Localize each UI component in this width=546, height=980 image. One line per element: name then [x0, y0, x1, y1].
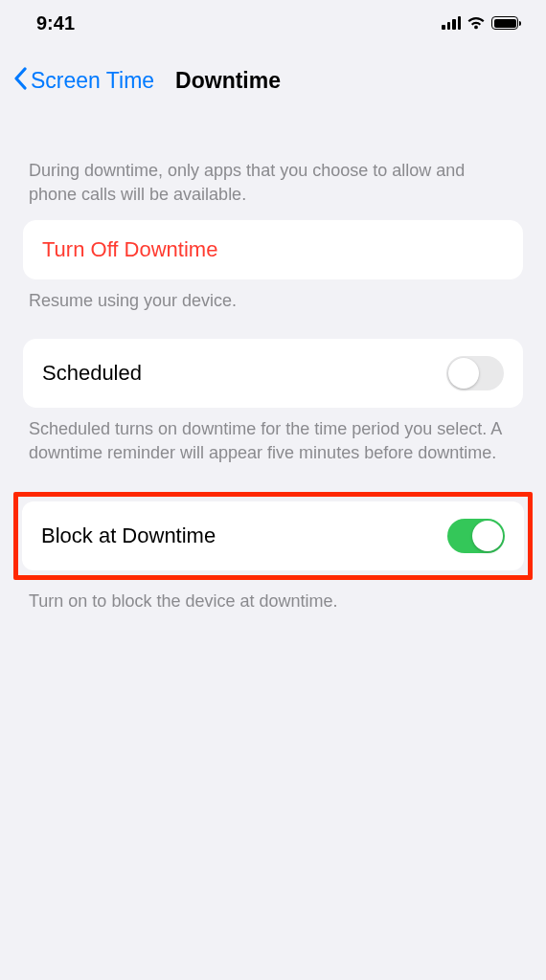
status-time: 9:41 — [36, 12, 75, 34]
block-at-downtime-toggle[interactable] — [447, 519, 505, 553]
back-button[interactable]: Screen Time — [31, 68, 154, 94]
scheduled-label: Scheduled — [42, 361, 142, 386]
status-icons — [442, 16, 521, 31]
battery-icon — [491, 16, 521, 30]
page-title: Downtime — [175, 68, 281, 94]
block-at-downtime-row: Block at Downtime — [22, 501, 524, 570]
wifi-icon — [466, 16, 486, 31]
cellular-signal-icon — [442, 16, 461, 30]
turn-off-downtime-footer: Resume using your device. — [23, 279, 523, 313]
back-chevron-icon[interactable] — [13, 67, 29, 94]
block-at-downtime-footer: Turn on to block the device at downtime. — [23, 580, 523, 613]
status-bar: 9:41 — [0, 0, 546, 46]
navigation-bar: Screen Time Downtime — [0, 46, 546, 105]
block-at-downtime-label: Block at Downtime — [41, 523, 216, 548]
intro-description: During downtime, only apps that you choo… — [23, 105, 523, 220]
scheduled-footer: Scheduled turns on downtime for the time… — [23, 408, 523, 465]
highlight-annotation: Block at Downtime — [13, 492, 533, 580]
turn-off-downtime-label: Turn Off Downtime — [42, 237, 217, 262]
scheduled-toggle[interactable] — [446, 356, 504, 390]
scheduled-row: Scheduled — [23, 339, 523, 408]
content-area: During downtime, only apps that you choo… — [0, 105, 546, 613]
turn-off-downtime-button[interactable]: Turn Off Downtime — [23, 220, 523, 279]
